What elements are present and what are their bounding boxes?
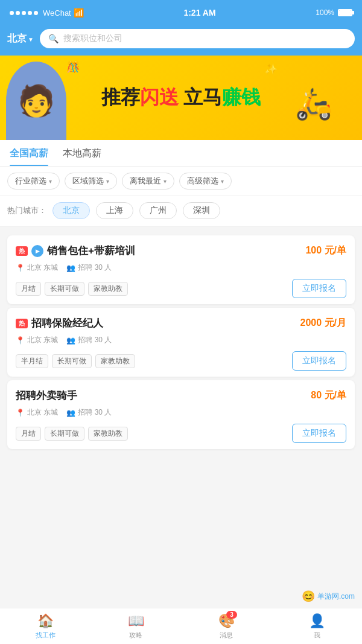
job-location-3: 📍 北京 东城 bbox=[16, 407, 58, 418]
apply-button-2[interactable]: 立即报名 bbox=[292, 351, 346, 371]
nav-label-profile: 我 bbox=[314, 631, 320, 640]
job-recruit-2: 👥 招聘 30 人 bbox=[66, 335, 112, 345]
city-selector[interactable]: 北京 ▼ bbox=[7, 33, 34, 45]
person-icon: 👥 bbox=[66, 409, 75, 417]
nav-label-guide: 攻略 bbox=[129, 631, 142, 640]
search-bar[interactable]: 🔍 搜索职位和公司 bbox=[40, 29, 355, 48]
filter-industry[interactable]: 行业筛选 ▾ bbox=[7, 173, 60, 190]
banner-deco2: ✨ bbox=[264, 63, 278, 76]
job-location-1: 📍 北京 东城 bbox=[16, 263, 58, 273]
banner-text4: 赚钱 bbox=[222, 86, 261, 108]
job-title-1: 销售包住+带薪培训 bbox=[47, 244, 135, 258]
tag-3-2: 家教助教 bbox=[88, 427, 128, 441]
banner-text: 推荐闪送 立马赚钱 bbox=[101, 84, 261, 111]
filter-bar: 行业筛选 ▾ 区域筛选 ▾ 离我最近 ▾ 高级筛选 ▾ bbox=[0, 167, 362, 196]
location-icon: 📍 bbox=[16, 409, 25, 417]
hot-cities-bar: 热门城市： 北京 上海 广州 深圳 bbox=[0, 196, 362, 227]
message-badge: 3 bbox=[226, 611, 237, 619]
city-chip-shanghai[interactable]: 上海 bbox=[96, 202, 133, 219]
job-salary-1: 100 元/单 bbox=[305, 244, 346, 257]
nav-find-work[interactable]: 🏠 找工作 bbox=[0, 608, 91, 644]
job-title-3: 招聘外卖骑手 bbox=[16, 389, 77, 403]
job-salary-2: 2000 元/月 bbox=[300, 317, 346, 330]
job-title-2: 招聘保险经纪人 bbox=[31, 316, 103, 330]
search-icon: 🔍 bbox=[48, 34, 59, 43]
person-icon: 👥 bbox=[66, 336, 75, 345]
tag-3-1: 长期可做 bbox=[45, 427, 84, 441]
tab-national[interactable]: 全国高薪 bbox=[10, 147, 48, 166]
bottom-nav: 🏠 找工作 📖 攻略 3 🎨 消息 👤 我 bbox=[0, 608, 362, 644]
nav-label-messages: 消息 bbox=[220, 631, 233, 640]
tab-local[interactable]: 本地高薪 bbox=[63, 147, 101, 166]
tag-1-0: 月结 bbox=[16, 282, 41, 296]
banner-text1: 推荐 bbox=[101, 86, 140, 108]
chevron-down-icon: ▾ bbox=[49, 178, 52, 185]
banner-deco1: 🎊 bbox=[66, 60, 80, 74]
tag-2-2: 家教助教 bbox=[95, 354, 135, 368]
job-tags-3: 月结 长期可做 家教助教 bbox=[16, 427, 128, 441]
job-card-2[interactable]: 热 招聘保险经纪人 2000 元/月 📍 北京 东城 👥 招聘 30 人 半月结 bbox=[7, 308, 355, 377]
wifi-icon: 📶 bbox=[74, 8, 84, 18]
tag-3-0: 月结 bbox=[16, 427, 41, 441]
search-input-placeholder: 搜索职位和公司 bbox=[63, 33, 122, 44]
person-icon: 👤 bbox=[309, 613, 325, 629]
job-recruit-1: 👥 招聘 30 人 bbox=[66, 263, 112, 273]
tab-bar: 全国高薪 本地高薪 bbox=[0, 140, 362, 167]
tag-2-0: 半月结 bbox=[16, 354, 48, 368]
job-tags-1: 月结 长期可做 家教助教 bbox=[16, 282, 128, 296]
header: 北京 ▼ 🔍 搜索职位和公司 bbox=[0, 24, 362, 56]
nav-guide[interactable]: 📖 攻略 bbox=[91, 608, 181, 644]
tag-1-2: 家教助教 bbox=[88, 282, 128, 296]
city-chip-guangzhou[interactable]: 广州 bbox=[139, 202, 177, 219]
tag-1-1: 长期可做 bbox=[45, 282, 84, 296]
signal-dots bbox=[10, 11, 38, 15]
apply-button-3[interactable]: 立即报名 bbox=[292, 424, 346, 443]
location-icon: 📍 bbox=[16, 336, 25, 345]
battery-label: 100% bbox=[316, 8, 334, 17]
watermark-text: 单游网.com bbox=[317, 591, 355, 602]
job-card-1[interactable]: 热 ▶ 销售包住+带薪培训 100 元/单 📍 北京 东城 👥 招聘 30 人 bbox=[7, 235, 355, 304]
tag-2-1: 长期可做 bbox=[52, 354, 92, 368]
chevron-down-icon: ▾ bbox=[164, 178, 167, 185]
job-recruit-3: 👥 招聘 30 人 bbox=[66, 407, 112, 418]
watermark: 😊 单游网.com bbox=[302, 590, 355, 603]
city-chip-beijing[interactable]: 北京 bbox=[52, 202, 90, 219]
status-bar: WeChat 📶 1:21 AM 100% bbox=[0, 0, 362, 24]
chevron-down-icon: ▾ bbox=[221, 178, 224, 185]
filter-area[interactable]: 区域筛选 ▾ bbox=[65, 173, 117, 190]
filter-advanced[interactable]: 高级筛选 ▾ bbox=[179, 173, 232, 190]
filter-nearby[interactable]: 离我最近 ▾ bbox=[122, 173, 174, 190]
hot-badge-2: 热 bbox=[16, 319, 28, 328]
carrier-label: WeChat bbox=[43, 8, 71, 18]
job-card-3[interactable]: 招聘外卖骑手 80 元/单 📍 北京 东城 👥 招聘 30 人 月结 长期可做 bbox=[7, 380, 355, 449]
nav-messages[interactable]: 3 🎨 消息 bbox=[181, 608, 272, 644]
battery-icon bbox=[338, 9, 352, 16]
city-chip-shenzhen[interactable]: 深圳 bbox=[183, 202, 220, 219]
job-tags-2: 半月结 长期可做 家教助教 bbox=[16, 354, 135, 368]
banner-text2: 闪送 bbox=[140, 86, 179, 108]
banner-text3: 立马 bbox=[179, 86, 223, 108]
chevron-down-icon: ▾ bbox=[106, 178, 109, 185]
hot-cities-label: 热门城市： bbox=[7, 205, 46, 216]
location-icon: 📍 bbox=[16, 264, 25, 272]
watermark-icon: 😊 bbox=[302, 590, 315, 603]
banner: 🧑 推荐闪送 立马赚钱 🛵 🎊 ✨ bbox=[0, 56, 362, 140]
hot-badge-1: 热 bbox=[16, 246, 28, 256]
job-location-2: 📍 北京 东城 bbox=[16, 335, 58, 345]
nav-label-find-work: 找工作 bbox=[36, 631, 56, 640]
status-right: 100% bbox=[316, 8, 352, 17]
video-badge-1: ▶ bbox=[31, 245, 43, 257]
banner-right-figure: 🛵 bbox=[278, 68, 350, 140]
banner-left-figure: 🧑 bbox=[6, 62, 66, 140]
city-name: 北京 bbox=[7, 33, 27, 45]
status-time: 1:21 AM bbox=[183, 8, 215, 18]
person-icon: 👥 bbox=[66, 264, 75, 272]
job-list: 热 ▶ 销售包住+带薪培训 100 元/单 📍 北京 东城 👥 招聘 30 人 bbox=[0, 227, 362, 457]
nav-profile[interactable]: 👤 我 bbox=[272, 608, 362, 644]
home-icon: 🏠 bbox=[37, 613, 54, 629]
apply-button-1[interactable]: 立即报名 bbox=[292, 279, 346, 298]
status-left: WeChat 📶 bbox=[10, 8, 84, 18]
job-salary-3: 80 元/单 bbox=[311, 389, 346, 402]
city-arrow-icon: ▼ bbox=[28, 36, 34, 43]
book-icon: 📖 bbox=[128, 613, 144, 629]
